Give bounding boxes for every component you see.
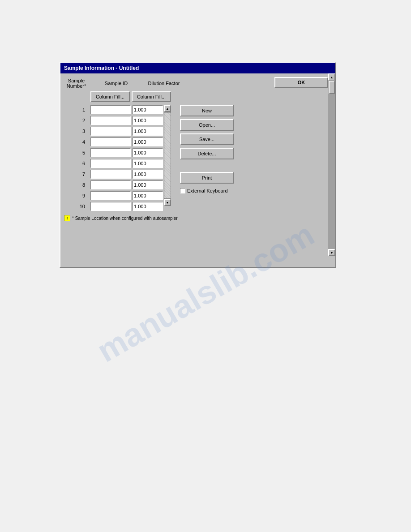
table-row: 3 bbox=[64, 126, 163, 136]
row-num-4: 4 bbox=[64, 139, 89, 145]
row-num-8: 8 bbox=[64, 182, 89, 188]
window-title: Sample Information - Untitled bbox=[64, 65, 139, 71]
dilution-input-7[interactable] bbox=[133, 170, 163, 179]
header-sample-id: Sample ID bbox=[90, 81, 142, 86]
row-num-1: 1 bbox=[64, 107, 89, 112]
right-panel: New Open... Save... Delete... Print Exte… bbox=[180, 105, 234, 193]
sample-id-input-2[interactable] bbox=[90, 116, 131, 125]
external-keyboard-row: External Keyboard bbox=[180, 188, 234, 193]
scroll-up-button[interactable]: ▲ bbox=[164, 105, 171, 112]
sample-id-input-1[interactable] bbox=[90, 105, 131, 114]
table-row: 9 bbox=[64, 191, 163, 201]
sample-id-input-7[interactable] bbox=[90, 170, 131, 179]
external-keyboard-label: External Keyboard bbox=[187, 188, 228, 193]
dilution-input-6[interactable] bbox=[133, 159, 163, 168]
row-num-3: 3 bbox=[64, 129, 89, 134]
title-bar: Sample Information - Untitled bbox=[60, 63, 335, 73]
row-num-2: 2 bbox=[64, 118, 89, 123]
row-num-6: 6 bbox=[64, 161, 89, 166]
sample-id-input-4[interactable] bbox=[90, 137, 131, 146]
open-button[interactable]: Open... bbox=[180, 119, 234, 131]
dialog-body: OK Sample Number* Sample ID Dilution Fac… bbox=[60, 73, 335, 267]
dilution-input-4[interactable] bbox=[133, 137, 163, 146]
delete-button[interactable]: Delete... bbox=[180, 148, 234, 159]
footer-note-text: * Sample Location when configured with a… bbox=[72, 216, 178, 221]
sample-id-input-8[interactable] bbox=[90, 180, 131, 189]
new-button[interactable]: New bbox=[180, 105, 234, 116]
data-scrollbar: ▲ ▼ bbox=[164, 105, 171, 206]
rows-container: 1 2 3 bbox=[64, 105, 163, 211]
sample-id-input-5[interactable] bbox=[90, 148, 131, 157]
table-row: 7 bbox=[64, 169, 163, 179]
dilution-input-2[interactable] bbox=[133, 116, 163, 125]
column-fill-id-button[interactable]: Column Fill... bbox=[90, 91, 130, 102]
table-row: 8 bbox=[64, 180, 163, 190]
dilution-input-3[interactable] bbox=[133, 127, 163, 136]
row-num-5: 5 bbox=[64, 150, 89, 155]
header-dilution-factor: Dilution Factor bbox=[144, 81, 184, 86]
ok-button[interactable]: OK bbox=[274, 77, 328, 88]
outer-scrollbar: ▲ ▼ bbox=[328, 73, 335, 256]
column-fill-dil-button[interactable]: Column Fill... bbox=[132, 91, 171, 102]
sample-id-input-10[interactable] bbox=[90, 202, 131, 211]
outer-scroll-up[interactable]: ▲ bbox=[328, 73, 335, 81]
table-row: 10 bbox=[64, 202, 163, 211]
sample-id-input-3[interactable] bbox=[90, 127, 131, 136]
header-sample-number: Sample Number* bbox=[64, 78, 89, 89]
row-num-7: 7 bbox=[64, 172, 89, 177]
external-keyboard-checkbox[interactable] bbox=[180, 188, 185, 193]
dilution-input-10[interactable] bbox=[133, 202, 163, 211]
dilution-input-5[interactable] bbox=[133, 148, 163, 157]
sample-id-input-6[interactable] bbox=[90, 159, 131, 168]
outer-scroll-thumb[interactable] bbox=[329, 81, 335, 94]
dilution-input-1[interactable] bbox=[133, 105, 163, 114]
table-row: 6 bbox=[64, 159, 163, 168]
fill-buttons-row: Column Fill... Column Fill... bbox=[64, 91, 332, 102]
scroll-down-button[interactable]: ▼ bbox=[164, 199, 171, 206]
footer-note-row: ! * Sample Location when configured with… bbox=[64, 215, 332, 221]
save-button[interactable]: Save... bbox=[180, 133, 234, 145]
table-row: 4 bbox=[64, 137, 163, 147]
row-num-10: 10 bbox=[64, 204, 89, 209]
print-button[interactable]: Print bbox=[180, 172, 234, 184]
table-row: 2 bbox=[64, 116, 163, 125]
main-window: Sample Information - Untitled OK Sample … bbox=[60, 62, 336, 268]
table-row: 5 bbox=[64, 148, 163, 158]
row-num-9: 9 bbox=[64, 193, 89, 198]
info-icon: ! bbox=[64, 215, 70, 221]
outer-scroll-down[interactable]: ▼ bbox=[328, 249, 335, 256]
dilution-input-8[interactable] bbox=[133, 180, 163, 189]
data-area: 1 2 3 bbox=[64, 105, 332, 211]
scroll-track bbox=[164, 112, 171, 199]
sample-id-input-9[interactable] bbox=[90, 191, 131, 200]
table-row: 1 bbox=[64, 105, 163, 115]
outer-scroll-track bbox=[328, 81, 335, 249]
ok-area: OK bbox=[274, 77, 328, 88]
dilution-input-9[interactable] bbox=[133, 191, 163, 200]
